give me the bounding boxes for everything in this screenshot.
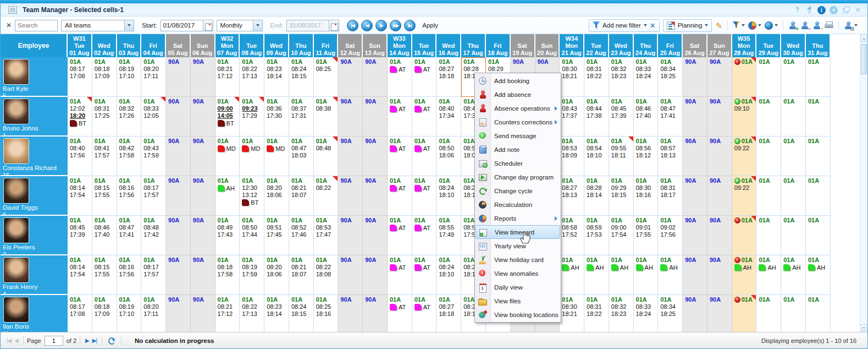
day-cell[interactable]: 01AMD (240, 137, 264, 176)
day-cell[interactable]: 01AAH (215, 176, 240, 216)
day-cell[interactable]: 01A08:5217:46 (289, 216, 314, 255)
day-cell[interactable]: 01AAT (412, 295, 437, 332)
column-header-31-Aug[interactable]: Thu31 Aug (806, 34, 831, 57)
day-cell[interactable]: 01A08:4017:34 (436, 97, 461, 137)
day-cell[interactable]: 01A08:4717:41 (658, 97, 683, 137)
day-cell[interactable]: 01A09:0014:05BT (215, 97, 240, 137)
day-cell[interactable]: 01AAT (388, 216, 412, 255)
menu-item-absence-operations[interactable]: Absence operations (476, 101, 560, 115)
day-cell[interactable]: 01A08:4917:43 (215, 216, 240, 255)
day-cell[interactable]: 01AAH (806, 255, 831, 295)
menu-item-add-booking[interactable]: Add booking (476, 74, 560, 88)
day-cell[interactable]: 01A08:4017:56 (68, 137, 92, 176)
menu-item-view-holiday-card[interactable]: View holiday card (476, 253, 560, 266)
day-cell[interactable]: 90A (191, 216, 215, 255)
day-cell[interactable]: 01AMD (264, 137, 289, 176)
add-new-filter-button[interactable]: Add new filter✕ (589, 19, 660, 32)
day-cell[interactable]: 90A (683, 57, 707, 97)
column-header-09-Aug[interactable]: Wed09 Aug (264, 34, 289, 57)
day-cell[interactable]: 01A (781, 295, 806, 332)
day-cell[interactable]: 01A08:3118:17 (658, 176, 683, 216)
chevron-down-icon[interactable] (775, 24, 778, 26)
day-cell[interactable]: 01A08:2217:13 (240, 57, 264, 97)
day-cell[interactable]: 01A08:4117:57 (92, 137, 117, 176)
day-cell[interactable]: 01A08:3418:25 (658, 295, 683, 332)
day-cell[interactable]: 01A09:22 (732, 137, 757, 176)
day-cell[interactable]: 01AAT (412, 97, 437, 137)
column-header-11-Aug[interactable]: Fri11 Aug (314, 34, 339, 57)
day-cell[interactable]: 01A08:3318:24 (634, 57, 659, 97)
day-cell[interactable]: 01A08:1917:10 (117, 57, 142, 97)
day-cell[interactable]: 01A (732, 295, 757, 332)
day-cell[interactable]: 01A (781, 97, 806, 137)
globe-view-button[interactable] (765, 21, 778, 30)
column-header-17-Aug[interactable]: Thu17 Aug (461, 34, 486, 57)
day-cell[interactable]: 90A (166, 255, 191, 295)
day-cell[interactable]: 01A (781, 216, 806, 255)
day-cell[interactable]: 90A (191, 176, 215, 216)
day-cell[interactable]: 01A09:2317:29 (240, 97, 264, 137)
day-cell[interactable]: 01A08:3418:25 (658, 57, 683, 97)
day-cell[interactable]: 01AAT (388, 97, 412, 137)
day-cell[interactable]: 01A (806, 295, 831, 332)
employee-column-header[interactable]: Employee (1, 34, 68, 57)
day-cell[interactable]: 01A08:2117:12 (215, 57, 240, 97)
day-cell[interactable]: 01A08:3318:24 (634, 295, 659, 332)
day-cell[interactable]: 90A (363, 295, 388, 332)
day-cell[interactable]: 90A (363, 137, 388, 176)
day-cell[interactable]: 01A08:4817:42 (141, 216, 166, 255)
charts-button[interactable] (748, 21, 761, 30)
day-cell[interactable]: 01AAH (609, 255, 634, 295)
day-cell[interactable]: 01A08:2418:15 (289, 57, 314, 97)
day-cell[interactable]: 01A08:1617:56 (117, 176, 142, 216)
day-cell[interactable]: 01A08:4717:41 (117, 216, 142, 255)
column-header-23-Aug[interactable]: Wed23 Aug (609, 34, 634, 57)
day-cell[interactable]: 01A (781, 137, 806, 176)
day-cell[interactable]: 90A (166, 137, 191, 176)
day-cell[interactable]: 01A (756, 216, 781, 255)
column-header-03-Aug[interactable]: Thu03 Aug (117, 34, 142, 57)
day-cell[interactable]: 01AAT (412, 57, 437, 97)
day-cell[interactable]: 01A08:2318:14 (264, 57, 289, 97)
menu-item-view-files[interactable]: View files (476, 294, 560, 308)
day-cell[interactable]: 01A (756, 176, 781, 216)
search-input[interactable] (15, 20, 58, 31)
day-cell[interactable]: 01AAT (412, 176, 437, 216)
day-cell[interactable]: 90A (191, 295, 215, 332)
day-cell[interactable]: 90A (166, 57, 191, 97)
edit-pencil-button[interactable]: ✎ (715, 21, 722, 30)
day-cell[interactable]: 01A09:2918:15 (609, 176, 634, 216)
day-cell[interactable]: 01A09:5518:11 (609, 137, 634, 176)
column-header-01-Aug[interactable]: W31Tue01 Aug (68, 34, 92, 57)
day-cell[interactable]: 01A (806, 57, 831, 97)
info-icon[interactable]: i (817, 6, 826, 14)
day-cell[interactable]: 90A (707, 295, 732, 332)
day-cell[interactable]: 90A (338, 295, 363, 332)
menu-item-add-absence[interactable]: Add absence (476, 88, 560, 101)
day-cell[interactable]: 01A08:4517:39 (68, 216, 92, 255)
day-cell[interactable]: 01A08:3217:26 (117, 97, 142, 137)
day-cell[interactable]: 01A08:38 (314, 97, 339, 137)
day-cell[interactable]: 90A (166, 216, 191, 255)
employee-row-header[interactable]: Ilan Boris11 (1, 295, 68, 332)
day-cell[interactable]: 01A (806, 97, 831, 137)
day-cell[interactable]: 90A (338, 137, 363, 176)
day-cell[interactable]: 01A08:1417:54 (68, 176, 92, 216)
column-header-22-Aug[interactable]: Tue22 Aug (584, 34, 609, 57)
day-cell[interactable]: 90A (707, 216, 732, 255)
column-header-18-Aug[interactable]: Fri18 Aug (486, 34, 511, 57)
page-number-input[interactable] (45, 336, 63, 346)
day-cell[interactable]: 01A08:2017:11 (141, 57, 166, 97)
clear-search-icon[interactable]: ✕ (6, 21, 12, 29)
start-date-input[interactable] (161, 20, 203, 31)
day-cell[interactable]: 90A (707, 255, 732, 295)
day-cell[interactable]: 01A08:3118:22 (584, 295, 609, 332)
column-header-10-Aug[interactable]: Thu10 Aug (289, 34, 314, 57)
day-cell[interactable]: 01A08:3117:25 (92, 97, 117, 137)
menu-item-view-booking-locations[interactable]: View booking locations (476, 308, 560, 321)
day-cell[interactable]: 90A (338, 57, 363, 97)
column-header-08-Aug[interactable]: Tue08 Aug (240, 34, 264, 57)
day-cell[interactable]: 90A (338, 255, 363, 295)
day-cell[interactable]: 01A08:2418:15 (289, 295, 314, 332)
menu-item-reports[interactable]: Reports (476, 211, 560, 225)
